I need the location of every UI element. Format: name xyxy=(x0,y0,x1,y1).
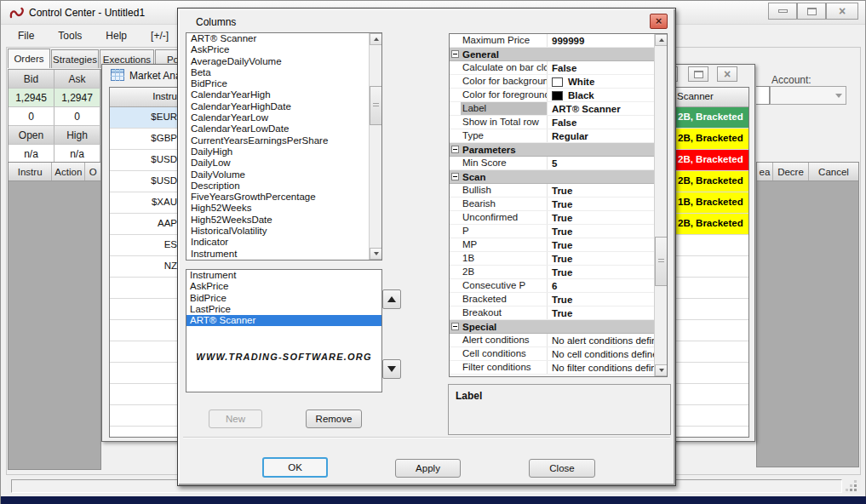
property-value[interactable]: Black xyxy=(547,89,654,101)
property-name[interactable]: Min Score xyxy=(461,157,547,169)
scanner-cell[interactable]: 1B, Bracketed xyxy=(674,192,748,213)
instrument-cell[interactable] xyxy=(110,363,181,383)
property-value[interactable]: 5 xyxy=(547,157,654,169)
orders-col-decrease[interactable]: Decre xyxy=(773,163,809,180)
menu-plus-minus[interactable]: [+/-] xyxy=(151,30,169,42)
scanner-cell[interactable] xyxy=(674,256,748,277)
property-grid-scrollbar[interactable] xyxy=(654,34,667,376)
instrument-cell[interactable]: AAP xyxy=(110,214,181,234)
instrument-cell[interactable] xyxy=(110,384,181,404)
selected-column-item[interactable]: BidPrice xyxy=(186,293,381,304)
property-name[interactable]: MP xyxy=(461,238,547,251)
property-name[interactable]: 2B xyxy=(461,266,547,278)
scroll-up-button[interactable] xyxy=(655,34,668,46)
property-value[interactable]: True xyxy=(547,293,654,306)
available-column-item[interactable]: AverageDailyVolume xyxy=(187,56,369,67)
property-value[interactable]: True xyxy=(547,211,654,224)
instrument-cell[interactable]: $USD xyxy=(110,171,181,192)
property-row[interactable]: 2BTrue xyxy=(450,266,654,279)
property-value[interactable]: Regular xyxy=(547,129,654,142)
available-column-item[interactable]: DailyHigh xyxy=(187,146,369,158)
selected-column-item[interactable]: ART® Scanner xyxy=(186,315,381,326)
property-value[interactable]: No filter conditions define xyxy=(547,361,654,374)
scanner-cell[interactable]: 2B, Bracketed xyxy=(674,129,748,149)
property-value[interactable]: ART® Scanner xyxy=(547,102,654,115)
instrument-cell[interactable]: NZ xyxy=(110,256,181,277)
orders-col-increase[interactable]: ea xyxy=(757,163,773,180)
order-entry-field-fragment[interactable] xyxy=(756,86,770,105)
menu-file[interactable]: File xyxy=(18,30,34,42)
move-up-button[interactable] xyxy=(382,289,401,309)
available-column-item[interactable]: CalendarYearLowDate xyxy=(187,123,369,135)
property-name[interactable]: Show in Total row xyxy=(461,116,547,129)
property-value[interactable]: True xyxy=(547,238,654,251)
property-row[interactable]: LabelART® Scanner xyxy=(450,102,654,116)
collapse-icon[interactable] xyxy=(451,146,459,153)
available-column-item[interactable]: CalendarYearHigh xyxy=(187,89,369,100)
instrument-cell[interactable]: $GBP xyxy=(110,129,181,149)
ma-maximize-button[interactable] xyxy=(688,66,708,82)
available-column-item[interactable]: High52Weeks xyxy=(187,203,369,214)
available-column-item[interactable]: CurrentYearsEarningsPerShare xyxy=(187,135,369,146)
collapse-icon[interactable] xyxy=(451,323,459,330)
property-row[interactable]: BearishTrue xyxy=(450,198,654,211)
property-row[interactable]: Filter conditionsNo filter conditions de… xyxy=(450,361,654,375)
property-value[interactable]: False xyxy=(547,116,654,129)
available-column-item[interactable]: DailyVolume xyxy=(187,169,369,180)
scrollbar-thumb[interactable] xyxy=(655,237,668,286)
property-name[interactable]: Unconfirmed xyxy=(461,211,547,224)
instrument-cell[interactable]: ES xyxy=(110,235,181,255)
scroll-up-button[interactable] xyxy=(370,33,382,45)
available-column-item[interactable]: BidPrice xyxy=(187,78,369,89)
property-value[interactable]: True xyxy=(547,306,654,319)
collapse-icon[interactable] xyxy=(451,173,459,180)
available-column-item[interactable]: FiveYearsGrowthPercentage xyxy=(187,192,369,203)
available-column-item[interactable]: DailyLow xyxy=(187,158,369,169)
property-row[interactable]: Alert conditionsNo alert conditions defi… xyxy=(450,334,654,347)
scrollbar-thumb[interactable] xyxy=(370,86,382,125)
scanner-cell[interactable] xyxy=(674,405,748,426)
property-value[interactable]: True xyxy=(547,198,654,210)
scroll-down-button[interactable] xyxy=(655,364,668,376)
scanner-cell[interactable] xyxy=(674,235,748,255)
property-row[interactable]: Color for foregroundBlack xyxy=(450,89,654,102)
property-name[interactable]: Type xyxy=(461,129,547,142)
property-value[interactable]: 6 xyxy=(547,279,654,292)
property-row[interactable]: Min Score5 xyxy=(450,157,654,170)
minimize-button[interactable] xyxy=(768,3,797,20)
property-row[interactable]: Show in Total rowFalse xyxy=(450,116,654,129)
property-row[interactable]: Color for backgroundWhite xyxy=(450,75,654,89)
available-column-item[interactable]: ART® Scanner xyxy=(187,33,369,44)
instrument-column-header[interactable]: Instru xyxy=(110,88,181,106)
available-column-item[interactable]: Beta xyxy=(187,67,369,78)
property-name[interactable]: Cell conditions xyxy=(461,347,547,360)
property-name[interactable]: 1B xyxy=(461,252,547,265)
account-dropdown[interactable] xyxy=(770,86,846,105)
available-list-scrollbar[interactable] xyxy=(369,33,381,260)
property-value[interactable]: White xyxy=(547,75,654,88)
property-section-row[interactable]: Parameters xyxy=(450,143,654,157)
property-row[interactable]: BullishTrue xyxy=(450,184,654,198)
tab-orders[interactable]: Orders xyxy=(8,49,50,68)
property-row[interactable]: BracketedTrue xyxy=(450,293,654,306)
instrument-cell[interactable] xyxy=(110,405,181,426)
scanner-cell[interactable] xyxy=(674,278,748,298)
property-row[interactable]: Cell conditionsNo cell conditions define xyxy=(450,347,654,361)
orders-col-instrument[interactable]: Instru xyxy=(9,163,52,180)
collapse-icon[interactable] xyxy=(451,50,459,58)
instrument-cell[interactable] xyxy=(110,299,181,319)
property-row[interactable]: TypeRegular xyxy=(450,129,654,143)
property-row[interactable]: MPTrue xyxy=(450,238,654,252)
property-name[interactable]: Calculate on bar clos xyxy=(461,61,547,74)
menu-help[interactable]: Help xyxy=(106,30,127,42)
resize-grip[interactable] xyxy=(846,480,857,492)
property-value[interactable]: False xyxy=(547,61,654,74)
scanner-cell[interactable] xyxy=(674,341,748,362)
property-name[interactable]: Breakout xyxy=(461,306,547,319)
dialog-close-button[interactable]: × xyxy=(650,14,668,29)
scanner-cell[interactable] xyxy=(674,299,748,319)
property-name[interactable]: Maximum Price xyxy=(461,34,547,47)
property-value[interactable]: No alert conditions define xyxy=(547,334,654,346)
property-row[interactable]: BreakoutTrue xyxy=(450,306,654,320)
maximize-button[interactable] xyxy=(797,3,826,20)
